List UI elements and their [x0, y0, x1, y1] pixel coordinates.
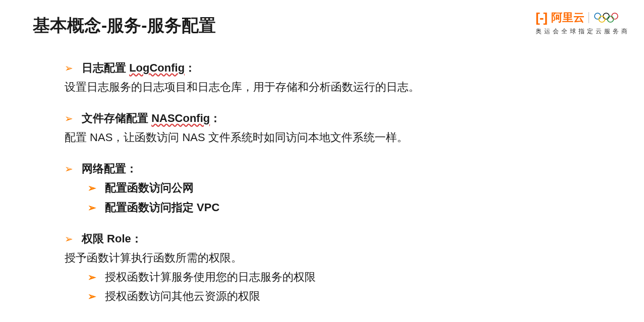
slide: 基本概念-服务-服务配置 [-] 阿里云 奥运会全球指定云服务商 — [0, 0, 644, 322]
section-network-config: ➢ 网络配置： ➢ 配置函数访问公网 ➢ 配置函数访问指定 VPC — [65, 160, 614, 216]
section-log-config: ➢ 日志配置 LogConfig： 设置日志服务的日志项目和日志仓库，用于存储和… — [65, 59, 614, 96]
divider — [589, 12, 589, 23]
list-item: ➢ 授权函数计算服务使用您的日志服务的权限 — [65, 269, 614, 286]
brand-text: 阿里云 — [551, 12, 584, 23]
section-nas-config: ➢ 文件存储配置 NASConfig： 配置 NAS，让函数访问 NAS 文件系… — [65, 110, 614, 146]
section-desc: 设置日志服务的日志项目和日志仓库，用于存储和分析函数运行的日志。 — [65, 79, 614, 96]
section-role: ➢ 权限 Role： 授予函数计算执行函数所需的权限。 ➢ 授权函数计算服务使用… — [65, 230, 614, 305]
sub-list: ➢ 授权函数计算服务使用您的日志服务的权限 ➢ 授权函数访问其他云资源的权限 — [65, 269, 614, 305]
bullet-arrow-icon: ➢ — [88, 180, 99, 196]
heading-text: 日志配置 LogConfig： — [82, 59, 196, 77]
bullet-arrow-icon: ➢ — [65, 231, 76, 247]
svg-point-3 — [599, 16, 605, 22]
svg-point-4 — [607, 16, 613, 22]
section-desc: 授予函数计算执行函数所需的权限。 — [65, 249, 614, 267]
heading-keyword: NASConfig — [151, 112, 210, 124]
sub-list: ➢ 配置函数访问公网 ➢ 配置函数访问指定 VPC — [65, 179, 614, 216]
heading-colon: ： — [126, 162, 137, 175]
heading-colon: ： — [131, 232, 142, 245]
bullet-arrow-icon: ➢ — [65, 161, 76, 177]
brand-tagline: 奥运会全球指定云服务商 — [536, 27, 630, 36]
olympic-rings-icon — [593, 12, 619, 24]
heading-colon: ： — [210, 112, 221, 124]
list-item-text: 配置函数访问指定 VPC — [105, 199, 219, 216]
section-heading: ➢ 权限 Role： — [65, 230, 614, 247]
list-item: ➢ 授权函数访问其他云资源的权限 — [65, 288, 614, 305]
heading-prefix: 网络配置 — [82, 162, 126, 175]
bullet-arrow-icon: ➢ — [88, 200, 99, 216]
svg-point-2 — [612, 13, 618, 19]
list-item-text: 授权函数访问其他云资源的权限 — [105, 288, 260, 305]
list-item: ➢ 配置函数访问公网 — [65, 179, 614, 197]
bullet-arrow-icon: ➢ — [88, 270, 99, 285]
heading-prefix: 日志配置 — [82, 61, 129, 74]
svg-point-0 — [595, 13, 601, 19]
page-title: 基本概念-服务-服务配置 — [33, 14, 216, 37]
content-body: ➢ 日志配置 LogConfig： 设置日志服务的日志项目和日志仓库，用于存储和… — [65, 59, 614, 319]
brand-logo-row: [-] 阿里云 — [536, 11, 630, 24]
section-heading: ➢ 文件存储配置 NASConfig： — [65, 110, 614, 127]
heading-keyword: LogConfig — [129, 61, 185, 74]
heading-prefix: 权限 Role — [82, 232, 131, 245]
heading-text: 权限 Role： — [82, 230, 142, 247]
list-item-text: 配置函数访问公网 — [105, 179, 194, 197]
bullet-arrow-icon: ➢ — [65, 60, 76, 76]
brand-logo: [-] 阿里云 奥运会全球指定云服务商 — [536, 11, 630, 36]
svg-point-1 — [603, 13, 609, 19]
heading-text: 网络配置： — [82, 160, 137, 177]
list-item: ➢ 配置函数访问指定 VPC — [65, 199, 614, 216]
bullet-arrow-icon: ➢ — [65, 111, 76, 126]
section-heading: ➢ 日志配置 LogConfig： — [65, 59, 614, 77]
section-desc: 配置 NAS，让函数访问 NAS 文件系统时如同访问本地文件系统一样。 — [65, 129, 614, 146]
alibaba-bracket-icon: [-] — [536, 11, 547, 24]
bullet-arrow-icon: ➢ — [88, 289, 99, 304]
heading-colon: ： — [185, 61, 196, 74]
section-heading: ➢ 网络配置： — [65, 160, 614, 177]
list-item-text: 授权函数计算服务使用您的日志服务的权限 — [105, 269, 316, 286]
heading-text: 文件存储配置 NASConfig： — [82, 110, 221, 127]
heading-prefix: 文件存储配置 — [82, 112, 151, 124]
